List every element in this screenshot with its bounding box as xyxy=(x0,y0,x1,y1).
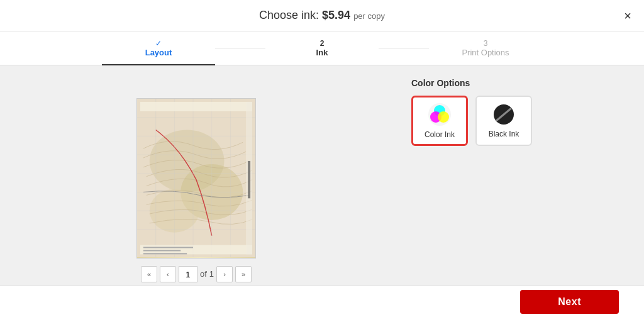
header-title: Choose ink: $5.94 per copy xyxy=(259,9,385,22)
step-layout[interactable]: ✓ Layout xyxy=(102,39,215,57)
svg-point-26 xyxy=(438,111,449,123)
step-ink-label: Ink xyxy=(316,48,328,57)
step-divider-1 xyxy=(215,48,265,48)
svg-rect-16 xyxy=(140,101,252,111)
total-pages: 1 xyxy=(209,269,214,279)
svg-rect-19 xyxy=(248,160,250,197)
right-panel: Color Options Color Ink xyxy=(392,65,644,314)
black-ink-label: Black Ink xyxy=(489,130,519,138)
step-print-options-label: Print Options xyxy=(462,48,509,57)
per-copy-label: per copy xyxy=(353,11,385,21)
ink-options: Color Ink Black Ink xyxy=(411,96,532,146)
footer: Next xyxy=(0,286,644,317)
svg-rect-22 xyxy=(143,253,187,254)
step-layout-label: Layout xyxy=(145,48,172,57)
main-content: « ‹ 1 of 1 › » Color Options Color Ink xyxy=(0,65,644,314)
step-print-options[interactable]: 3 Print Options xyxy=(429,39,542,57)
map-svg xyxy=(137,99,255,257)
price-label: $5.94 xyxy=(322,9,350,21)
svg-rect-21 xyxy=(143,250,180,251)
next-button[interactable]: Next xyxy=(520,290,619,314)
last-page-button[interactable]: » xyxy=(235,266,252,282)
step-print-options-num: 3 xyxy=(484,39,488,48)
color-options-label: Color Options xyxy=(411,78,470,88)
current-page: 1 xyxy=(179,266,197,282)
page-preview xyxy=(136,98,256,259)
color-ink-label: Color Ink xyxy=(425,130,455,139)
choose-ink-label: Choose ink: xyxy=(259,9,319,21)
black-ink-option[interactable]: Black Ink xyxy=(475,96,532,146)
preview-area: « ‹ 1 of 1 › » xyxy=(0,65,392,314)
next-page-button[interactable]: › xyxy=(216,266,233,282)
black-ink-icon xyxy=(492,103,515,126)
step-ink[interactable]: 2 Ink xyxy=(265,39,379,57)
svg-rect-17 xyxy=(140,245,252,254)
steps-bar: ✓ Layout 2 Ink 3 Print Options xyxy=(0,31,644,65)
dialog-header: Choose ink: $5.94 per copy × xyxy=(0,0,644,31)
map-thumbnail xyxy=(137,99,255,258)
step-ink-num: 2 xyxy=(320,39,325,48)
color-ink-icon xyxy=(428,103,452,126)
of-label: of xyxy=(200,269,207,279)
first-page-button[interactable]: « xyxy=(141,266,157,282)
black-ink-icon-container xyxy=(492,103,515,126)
step-divider-2 xyxy=(379,48,429,48)
pagination: « ‹ 1 of 1 › » xyxy=(141,266,252,282)
svg-rect-20 xyxy=(143,247,193,248)
close-button[interactable]: × xyxy=(624,9,631,22)
prev-page-button[interactable]: ‹ xyxy=(160,266,176,282)
color-ink-option[interactable]: Color Ink xyxy=(411,96,468,146)
